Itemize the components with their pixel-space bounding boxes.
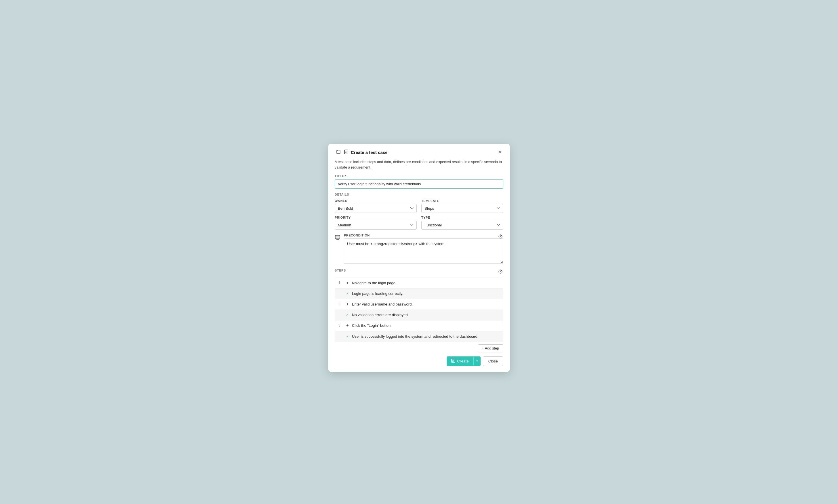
create-label: Create: [457, 359, 469, 363]
step-expected-icon: ✓: [346, 334, 349, 339]
step-number: 1: [338, 281, 343, 285]
close-button[interactable]: ×: [497, 149, 503, 155]
svg-point-3: [501, 235, 502, 236]
step-expected-spacer: [338, 291, 343, 291]
step-expected-text: No validation errors are displayed.: [352, 312, 409, 318]
step-action-text: Navigate to the login page.: [352, 281, 396, 286]
title-label: TITLE*: [335, 174, 503, 178]
create-test-case-modal: Create a test case × A test case include…: [328, 144, 510, 372]
svg-rect-0: [337, 150, 340, 154]
step-expected-spacer: [338, 334, 343, 334]
steps-section-label: STEPS: [335, 269, 346, 272]
step-number: 3: [338, 323, 343, 327]
precondition-content: PRECONDITION User must be <strong>regist…: [344, 234, 503, 265]
table-row: 3 ✦ Click the "Login" button.: [335, 321, 503, 331]
modal-title-area: Create a test case: [344, 149, 388, 155]
precondition-header: PRECONDITION User must be <strong>regist…: [335, 234, 503, 265]
svg-point-7: [501, 270, 502, 271]
modal-title: Create a test case: [351, 150, 388, 155]
precondition-textarea[interactable]: User must be <strong>registered</strong>…: [344, 238, 503, 264]
precondition-icon: [335, 234, 341, 242]
type-field-group: TYPE Functional Non-Functional Regressio…: [421, 216, 503, 230]
table-row: 1 ✦ Navigate to the login page.: [335, 278, 503, 289]
step-action-text: Click the "Login" button.: [352, 323, 392, 328]
step-expected-text: User is successfully logged into the sys…: [352, 334, 478, 339]
create-icon: [451, 359, 455, 364]
step-action-icon: ✦: [346, 302, 349, 306]
step-action-text: Enter valid username and password.: [352, 302, 413, 307]
steps-header: STEPS: [335, 269, 503, 275]
owner-select[interactable]: Ben Bold Alice Smith John Doe: [335, 204, 417, 213]
add-step-button[interactable]: + Add step: [478, 344, 503, 353]
create-dropdown-button[interactable]: ▾: [474, 357, 481, 365]
step-expected-text: Login page is loading correctly.: [352, 291, 403, 296]
modal-body: TITLE* DETAILS OWNER Ben Bold Alice Smit…: [328, 174, 510, 347]
step-number: 2: [338, 302, 343, 306]
template-label: TEMPLATE: [421, 199, 503, 202]
priority-field-group: PRIORITY Low Medium High Critical: [335, 216, 417, 230]
table-row: ✓ No validation errors are displayed.: [335, 310, 503, 321]
modal-footer: Create ▾ Close: [328, 353, 510, 372]
details-section-label: DETAILS: [335, 193, 503, 196]
owner-field-group: OWNER Ben Bold Alice Smith John Doe: [335, 199, 417, 213]
step-action-icon: ✦: [346, 323, 349, 328]
precondition-ai-button[interactable]: [498, 234, 503, 240]
type-label: TYPE: [421, 216, 503, 219]
expand-button[interactable]: [335, 149, 342, 155]
step-expected-icon: ✓: [346, 312, 349, 317]
steps-section: STEPS 1 ✦ Navigate to the logi: [335, 269, 503, 342]
template-select[interactable]: Steps BDD Plain Text: [421, 204, 503, 213]
step-expected-icon: ✓: [346, 291, 349, 296]
create-button[interactable]: Create: [447, 356, 474, 366]
required-indicator: *: [345, 174, 346, 178]
priority-label: PRIORITY: [335, 216, 417, 219]
template-field-group: TEMPLATE Steps BDD Plain Text: [421, 199, 503, 213]
details-grid: OWNER Ben Bold Alice Smith John Doe TEMP…: [335, 199, 503, 230]
steps-ai-button[interactable]: [498, 269, 503, 275]
table-row: ✓ Login page is loading correctly.: [335, 289, 503, 299]
modal-description: A test case includes steps and data, def…: [328, 159, 510, 174]
owner-label: OWNER: [335, 199, 417, 202]
step-action-icon: ✦: [346, 281, 349, 285]
modal-header: Create a test case ×: [328, 144, 510, 159]
add-step-label: + Add step: [482, 346, 499, 350]
step-expected-spacer: [338, 312, 343, 313]
close-modal-button[interactable]: Close: [483, 356, 503, 366]
priority-select[interactable]: Low Medium High Critical: [335, 221, 417, 230]
table-row: 2 ✦ Enter valid username and password.: [335, 299, 503, 310]
svg-rect-5: [336, 236, 340, 238]
create-button-group: Create ▾: [447, 356, 481, 366]
precondition-label: PRECONDITION: [344, 234, 503, 237]
precondition-section: PRECONDITION User must be <strong>regist…: [335, 234, 503, 265]
test-case-icon: [344, 149, 349, 155]
title-field-group: TITLE*: [335, 174, 503, 193]
modal-overlay: Create a test case × A test case include…: [6, 6, 832, 504]
title-input[interactable]: [335, 179, 503, 189]
table-row: ✓ User is successfully logged into the s…: [335, 331, 503, 342]
type-select[interactable]: Functional Non-Functional Regression Smo…: [421, 221, 503, 230]
steps-list: 1 ✦ Navigate to the login page. ✓ Login …: [335, 277, 503, 342]
